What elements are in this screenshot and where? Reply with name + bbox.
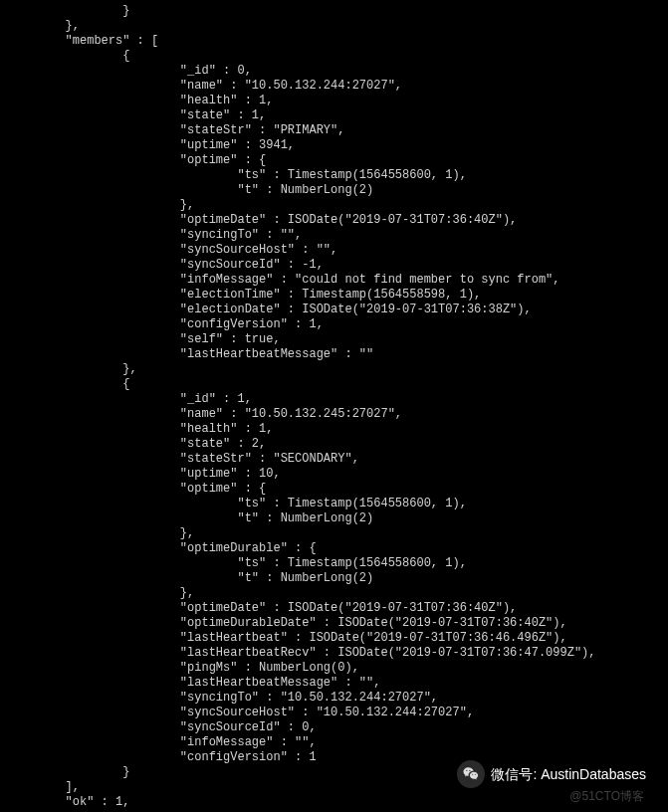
code-line: "state" : 1, <box>8 108 660 123</box>
code-line: "optimeDate" : ISODate("2019-07-31T07:36… <box>8 213 660 228</box>
code-line: }, <box>8 526 660 541</box>
code-line: "_id" : 1, <box>8 392 660 407</box>
code-line: "syncingTo" : "", <box>8 228 660 243</box>
code-line: "infoMessage" : "could not find member t… <box>8 273 660 288</box>
code-line: }, <box>8 198 660 213</box>
code-line: "syncSourceHost" : "", <box>8 243 660 258</box>
code-line: "ts" : Timestamp(1564558600, 1), <box>8 497 660 511</box>
code-line: "name" : "10.50.132.245:27027", <box>8 407 660 422</box>
code-line: "name" : "10.50.132.244:27027", <box>8 79 660 94</box>
code-line: "syncSourceId" : 0, <box>8 720 660 735</box>
code-line: "lastHeartbeatMessage" : "" <box>8 347 660 362</box>
code-line: "ts" : Timestamp(1564558600, 1), <box>8 168 660 183</box>
code-line: }, <box>8 362 660 377</box>
code-line: "optimeDurableDate" : ISODate("2019-07-3… <box>8 616 660 631</box>
code-line: { <box>8 49 660 64</box>
code-line: "self" : true, <box>8 332 660 347</box>
code-block: } }, "members" : [ { "_id" : 0, "name" :… <box>8 4 660 810</box>
code-line: "electionDate" : ISODate("2019-07-31T07:… <box>8 303 660 317</box>
code-line: "syncSourceHost" : "10.50.132.244:27027"… <box>8 706 660 720</box>
code-line: }, <box>8 19 660 34</box>
code-line: "state" : 2, <box>8 437 660 452</box>
code-line: "infoMessage" : "", <box>8 735 660 750</box>
code-line: "optime" : { <box>8 153 660 168</box>
code-line: "uptime" : 3941, <box>8 138 660 153</box>
code-line: "configVersion" : 1, <box>8 317 660 332</box>
code-line: "t" : NumberLong(2) <box>8 571 660 586</box>
code-line: "lastHeartbeatMessage" : "", <box>8 676 660 691</box>
code-line: "stateStr" : "PRIMARY", <box>8 123 660 138</box>
code-line: "optimeDurable" : { <box>8 541 660 556</box>
code-line: "stateStr" : "SECONDARY", <box>8 452 660 467</box>
code-line: "optimeDate" : ISODate("2019-07-31T07:36… <box>8 601 660 616</box>
wechat-bar: 微信号: AustinDatabases <box>457 760 646 788</box>
code-line: "members" : [ <box>8 34 660 49</box>
code-line: }, <box>8 586 660 601</box>
code-line: { <box>8 377 660 392</box>
code-line: "ts" : Timestamp(1564558600, 1), <box>8 556 660 571</box>
code-line: "t" : NumberLong(2) <box>8 511 660 526</box>
code-line: "health" : 1, <box>8 94 660 108</box>
code-line: "electionTime" : Timestamp(1564558598, 1… <box>8 288 660 303</box>
code-line: "pingMs" : NumberLong(0), <box>8 661 660 676</box>
code-line: "_id" : 0, <box>8 64 660 79</box>
code-line: "t" : NumberLong(2) <box>8 183 660 198</box>
watermark-text: @51CTO博客 <box>569 789 644 804</box>
wechat-label: 微信号: AustinDatabases <box>491 767 646 782</box>
wechat-icon <box>457 760 485 788</box>
code-line: "syncingTo" : "10.50.132.244:27027", <box>8 691 660 706</box>
code-line: "ok" : 1, <box>8 795 660 810</box>
code-line: "optime" : { <box>8 482 660 497</box>
code-line: "health" : 1, <box>8 422 660 437</box>
code-line: "uptime" : 10, <box>8 467 660 482</box>
code-line: "lastHeartbeatRecv" : ISODate("2019-07-3… <box>8 646 660 661</box>
code-line: } <box>8 4 660 19</box>
code-line: "syncSourceId" : -1, <box>8 258 660 273</box>
code-line: "lastHeartbeat" : ISODate("2019-07-31T07… <box>8 631 660 646</box>
